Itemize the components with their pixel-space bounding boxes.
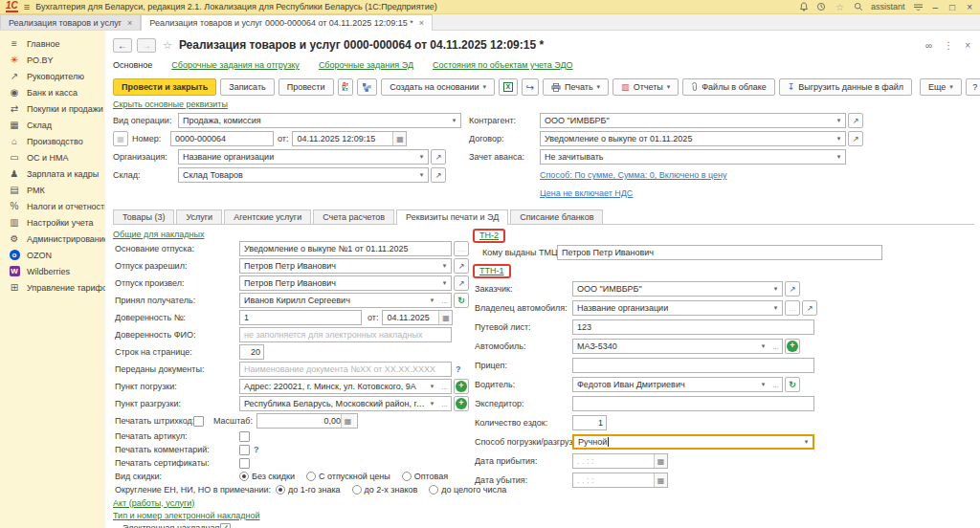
close-form-icon[interactable]: ×: [965, 40, 970, 51]
send-email-button[interactable]: ↪: [522, 78, 539, 96]
favorites-star-icon[interactable]: ☆: [835, 2, 844, 12]
organization-combobox[interactable]: Название организации▾: [178, 149, 429, 165]
add-loading-point-button[interactable]: +: [454, 379, 469, 394]
operation-combobox[interactable]: Продажа, комиссия▾: [178, 113, 461, 128]
sidebar-item-po-by[interactable]: ✳PO.BY: [0, 52, 105, 68]
dropdown-icon[interactable]: ▾: [415, 150, 428, 164]
tab-print-requisites[interactable]: Реквизиты печати и ЭД: [396, 209, 508, 225]
calendar-icon[interactable]: ▦: [392, 132, 406, 145]
print-article-checkbox[interactable]: [239, 431, 250, 442]
tab-goods[interactable]: Товары (3): [113, 209, 174, 224]
loading-method-combobox[interactable]: Ручной▾: [572, 434, 814, 450]
dropdown-icon[interactable]: ▾: [426, 380, 438, 393]
tab-agent-services[interactable]: Агентские услуги: [224, 209, 311, 224]
contract-combobox[interactable]: Уведомление о выкупе от 01.11.2025▾: [540, 131, 846, 146]
window-tab-list[interactable]: Реализация товаров и услуг ×: [0, 14, 141, 30]
radio-no-discount[interactable]: Без скидки: [239, 472, 295, 481]
service-menu-icon[interactable]: [913, 3, 924, 11]
advance-combobox[interactable]: Не зачитывать▾: [540, 149, 846, 165]
calendar-icon[interactable]: ▦: [654, 473, 667, 487]
notifications-bell-icon[interactable]: [799, 2, 809, 11]
sidebar-item-manager[interactable]: ↗Руководителю: [0, 68, 105, 84]
tab-services[interactable]: Услуги: [176, 209, 222, 224]
sidebar-item-administration[interactable]: ⚙Администрирование: [0, 231, 105, 247]
tab-close-icon[interactable]: ×: [419, 18, 424, 28]
post-button[interactable]: Провести: [278, 78, 334, 96]
favorite-star-icon[interactable]: ☆: [163, 39, 172, 52]
choose-icon[interactable]: …: [438, 294, 451, 307]
sidebar-item-rmk[interactable]: ▤РМК: [0, 182, 105, 198]
post-and-close-button[interactable]: Провести и закрыть: [113, 78, 216, 96]
sidebar-item-accounting-settings[interactable]: ▥Настройки учета: [0, 214, 105, 231]
write-button[interactable]: Записать: [220, 78, 274, 96]
trailer-input[interactable]: [572, 358, 814, 373]
scale-input[interactable]: 0,00▦: [256, 413, 358, 429]
date-input[interactable]: 04.11.2025 12:09:15▦: [292, 131, 407, 146]
act-link[interactable]: Акт (работы, услуги): [113, 498, 194, 508]
window-tab-document[interactable]: Реализация товаров и услуг 0000-000064 о…: [141, 14, 433, 31]
print-comment-checkbox[interactable]: [239, 445, 250, 455]
vat-method-link[interactable]: Способ: По сумме, Сумма: 0, Включено в ц…: [540, 170, 727, 180]
ttn1-link[interactable]: ТТН-1: [479, 266, 504, 275]
dropdown-icon[interactable]: ▾: [426, 397, 438, 410]
sidebar-item-warehouse[interactable]: ▦Склад: [0, 117, 105, 133]
open-counterparty-button[interactable]: ↗: [848, 113, 863, 128]
document-structure-button[interactable]: [357, 78, 377, 96]
number-input[interactable]: 0000-000064: [170, 131, 274, 146]
transferred-docs-input[interactable]: Наименование документа №XX от XX.XX.XXXX: [239, 362, 452, 377]
choose-icon[interactable]: …: [769, 340, 782, 353]
forwarder-input[interactable]: [572, 396, 814, 411]
unloading-point-combobox[interactable]: Республика Беларусь, Московский район, г…: [239, 396, 452, 411]
refresh-receiver-button[interactable]: ↻: [454, 293, 469, 308]
tmc-issued-input[interactable]: Петров Петр Иванович: [557, 245, 882, 260]
dropdown-icon[interactable]: ▾: [426, 294, 438, 307]
add-car-button[interactable]: +: [785, 339, 800, 354]
warehouse-combobox[interactable]: Склад Товаров▾: [178, 167, 429, 183]
search-icon[interactable]: [854, 2, 863, 11]
open-contract-button[interactable]: ↗: [848, 131, 863, 146]
back-button[interactable]: ←: [113, 38, 132, 53]
release-allowed-combobox[interactable]: Петров Петр Иванович▾: [239, 258, 452, 274]
restore-button[interactable]: □: [947, 2, 957, 12]
basis-input[interactable]: Уведомление о выкупе №1 от 01.11.2025: [239, 241, 452, 256]
number-settings-icon[interactable]: ▦: [113, 131, 128, 146]
choose-basis-button[interactable]: …: [454, 241, 469, 256]
choose-icon[interactable]: …: [438, 397, 451, 410]
sidebar-item-main[interactable]: ≡Главное: [0, 35, 105, 52]
print-barcode-checkbox[interactable]: [193, 416, 204, 427]
open-warehouse-button[interactable]: ↗: [431, 167, 446, 183]
export-data-button[interactable]: ↧Выгрузить данные в файл: [779, 78, 912, 96]
arrival-date-input[interactable]: . . : :▦: [572, 453, 668, 469]
help-button[interactable]: ?: [966, 78, 980, 96]
minimize-button[interactable]: –: [931, 2, 941, 12]
open-customer-button[interactable]: ↗: [785, 281, 800, 297]
sidebar-item-production[interactable]: ⌂Производство: [0, 133, 105, 149]
calendar-icon[interactable]: ▦: [654, 454, 667, 468]
choose-owner-button[interactable]: …: [785, 300, 800, 316]
hide-main-requisites-link[interactable]: Скрыть основные реквизиты: [113, 99, 228, 109]
release-made-combobox[interactable]: Петров Петр Иванович▾: [239, 275, 452, 291]
close-window-button[interactable]: ×: [965, 2, 974, 12]
sidebar-item-os-nma[interactable]: ▭ОС и НМА: [0, 149, 105, 165]
radio-round-2[interactable]: до 2-х знаков: [352, 485, 418, 495]
enote-type-link[interactable]: Тип и номер электронной накладной: [113, 511, 260, 520]
sidebar-item-tariff[interactable]: ⊞Управление тарифом: [0, 279, 105, 296]
radio-from-selling-price[interactable]: С отпускной цены: [306, 472, 390, 481]
poa-fio-input[interactable]: не заполняется для электронных накладных: [239, 327, 452, 342]
sidebar-item-purchases-sales[interactable]: ⇄Покупки и продажи: [0, 100, 105, 117]
choose-icon[interactable]: …: [438, 380, 451, 393]
dropdown-icon[interactable]: ▾: [438, 259, 451, 273]
help-question-icon[interactable]: ?: [254, 445, 259, 454]
refresh-driver-button[interactable]: ↻: [785, 377, 800, 392]
calendar-icon[interactable]: ▦: [438, 311, 452, 324]
poa-date-input[interactable]: 04.11.2025▦: [382, 310, 453, 325]
assistant-label[interactable]: assistant: [871, 2, 905, 11]
poa-number-input[interactable]: 1: [239, 310, 362, 325]
excel-export-button[interactable]: X: [499, 78, 518, 96]
print-certificates-checkbox[interactable]: [239, 458, 250, 469]
open-owner-button[interactable]: ↗: [802, 300, 817, 316]
sidebar-item-ozon[interactable]: oOZON: [0, 247, 105, 263]
create-based-on-button[interactable]: Создать на основании▾: [381, 78, 495, 96]
main-menu-icon[interactable]: ≡: [24, 1, 30, 12]
tab-blank-writeoff[interactable]: Списание бланков: [510, 209, 603, 224]
